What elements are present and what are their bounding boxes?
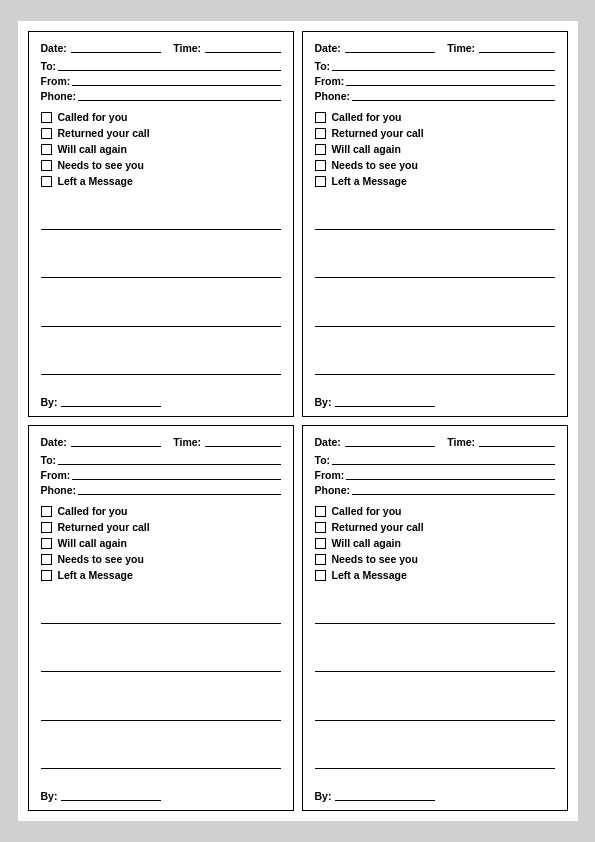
message-line-2 — [315, 654, 555, 672]
checkbox-3[interactable] — [41, 538, 52, 549]
message-line-3 — [315, 309, 555, 327]
message-lines — [41, 591, 281, 784]
date-time-row: Date: Time: — [41, 42, 281, 54]
checkbox-3[interactable] — [315, 144, 326, 155]
from-label: From: — [315, 75, 345, 87]
checkbox-5[interactable] — [315, 570, 326, 581]
checkbox-2[interactable] — [315, 522, 326, 533]
checkbox-row-2[interactable]: Returned your call — [315, 127, 555, 139]
checkbox-2[interactable] — [41, 522, 52, 533]
message-lines — [315, 591, 555, 784]
checkbox-4[interactable] — [315, 160, 326, 171]
card-2: Date: Time: To: From: Phone: Called for … — [302, 31, 568, 417]
checkbox-4[interactable] — [41, 160, 52, 171]
checkbox-2[interactable] — [41, 128, 52, 139]
message-lines — [41, 197, 281, 390]
from-label: From: — [41, 469, 71, 481]
phone-label: Phone: — [41, 484, 77, 496]
checkbox-row-5[interactable]: Left a Message — [315, 175, 555, 187]
checkbox-3[interactable] — [315, 538, 326, 549]
time-label: Time: — [173, 42, 201, 54]
message-line-2 — [41, 260, 281, 278]
date-time-row: Date: Time: — [315, 42, 555, 54]
message-line-4 — [41, 357, 281, 375]
from-row: From: — [41, 469, 281, 481]
checkbox-5[interactable] — [315, 176, 326, 187]
checkbox-row-1[interactable]: Called for you — [41, 111, 281, 123]
checkbox-row-4[interactable]: Needs to see you — [41, 159, 281, 171]
phone-label: Phone: — [41, 90, 77, 102]
checkboxes: Called for you Returned your call Will c… — [41, 111, 281, 187]
from-row: From: — [315, 75, 555, 87]
by-label: By: — [315, 790, 332, 802]
from-row: From: — [315, 469, 555, 481]
message-line-1 — [315, 212, 555, 230]
checkbox-row-2[interactable]: Returned your call — [41, 127, 281, 139]
to-row: To: — [315, 454, 555, 466]
checkbox-1[interactable] — [41, 112, 52, 123]
checkbox-row-3[interactable]: Will call again — [41, 537, 281, 549]
phone-row: Phone: — [315, 484, 555, 496]
checkbox-row-3[interactable]: Will call again — [315, 143, 555, 155]
checkbox-2[interactable] — [315, 128, 326, 139]
checkbox-row-3[interactable]: Will call again — [41, 143, 281, 155]
checkbox-5[interactable] — [41, 176, 52, 187]
checkbox-4[interactable] — [315, 554, 326, 565]
checkbox-row-2[interactable]: Returned your call — [41, 521, 281, 533]
checkbox-row-4[interactable]: Needs to see you — [315, 553, 555, 565]
by-row: By: — [41, 396, 281, 408]
checkbox-row-4[interactable]: Needs to see you — [315, 159, 555, 171]
to-label: To: — [41, 60, 57, 72]
checkbox-row-2[interactable]: Returned your call — [315, 521, 555, 533]
to-row: To: — [41, 60, 281, 72]
phone-row: Phone: — [41, 484, 281, 496]
from-label: From: — [41, 75, 71, 87]
message-line-1 — [41, 606, 281, 624]
checkbox-5[interactable] — [41, 570, 52, 581]
checkbox-1[interactable] — [315, 112, 326, 123]
checkboxes: Called for you Returned your call Will c… — [315, 111, 555, 187]
message-lines — [315, 197, 555, 390]
checkbox-label-3: Will call again — [58, 143, 127, 155]
to-label: To: — [315, 454, 331, 466]
checkbox-row-5[interactable]: Left a Message — [315, 569, 555, 581]
by-label: By: — [41, 396, 58, 408]
card-3: Date: Time: To: From: Phone: Called for … — [28, 425, 294, 811]
message-line-2 — [41, 654, 281, 672]
phone-row: Phone: — [41, 90, 281, 102]
by-row: By: — [315, 790, 555, 802]
checkbox-row-5[interactable]: Left a Message — [41, 175, 281, 187]
checkbox-label-5: Left a Message — [332, 175, 407, 187]
from-label: From: — [315, 469, 345, 481]
by-line — [335, 800, 435, 801]
checkbox-1[interactable] — [41, 506, 52, 517]
checkboxes: Called for you Returned your call Will c… — [315, 505, 555, 581]
by-line — [335, 406, 435, 407]
message-line-3 — [41, 703, 281, 721]
checkbox-1[interactable] — [315, 506, 326, 517]
checkbox-3[interactable] — [41, 144, 52, 155]
checkbox-row-1[interactable]: Called for you — [41, 505, 281, 517]
by-line — [61, 800, 161, 801]
by-row: By: — [41, 790, 281, 802]
by-row: By: — [315, 396, 555, 408]
page: Date: Time: To: From: Phone: Called for … — [18, 21, 578, 821]
message-line-2 — [315, 260, 555, 278]
checkbox-row-1[interactable]: Called for you — [315, 111, 555, 123]
checkbox-label-3: Will call again — [332, 537, 401, 549]
checkbox-label-3: Will call again — [332, 143, 401, 155]
phone-label: Phone: — [315, 484, 351, 496]
checkbox-row-4[interactable]: Needs to see you — [41, 553, 281, 565]
date-time-row: Date: Time: — [41, 436, 281, 448]
checkbox-4[interactable] — [41, 554, 52, 565]
checkbox-label-2: Returned your call — [332, 521, 424, 533]
by-label: By: — [315, 396, 332, 408]
checkbox-label-1: Called for you — [58, 111, 128, 123]
checkbox-label-4: Needs to see you — [58, 553, 144, 565]
checkbox-label-5: Left a Message — [58, 569, 133, 581]
checkbox-row-3[interactable]: Will call again — [315, 537, 555, 549]
checkbox-row-1[interactable]: Called for you — [315, 505, 555, 517]
checkbox-row-5[interactable]: Left a Message — [41, 569, 281, 581]
from-row: From: — [41, 75, 281, 87]
to-label: To: — [315, 60, 331, 72]
